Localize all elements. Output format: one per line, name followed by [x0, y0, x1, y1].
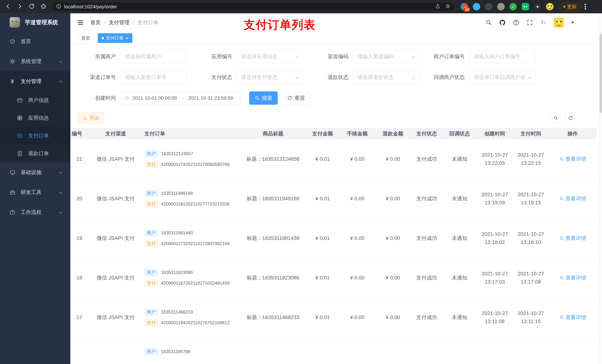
- bookmark-star-icon[interactable]: [445, 4, 450, 10]
- cell-notify-status: 未通知: [442, 258, 477, 297]
- filter-label: 渠道订单号: [78, 71, 120, 84]
- sidebar-item-dev-tools[interactable]: 研发工具: [0, 182, 70, 202]
- reload-icon[interactable]: [29, 3, 35, 10]
- cell-fee: ¥ 0.00: [340, 258, 375, 297]
- pay-tag: 支付: [144, 280, 158, 287]
- channel-order-no-input[interactable]: [120, 71, 187, 84]
- svg-text:T: T: [544, 21, 546, 25]
- view-detail-link[interactable]: 查看详情: [559, 314, 586, 321]
- close-tab-icon[interactable]: ×: [126, 36, 129, 41]
- user-avatar[interactable]: [554, 18, 564, 28]
- sidebar-item-pay-management[interactable]: ¥ 支付管理: [0, 71, 70, 91]
- cell-paid-time: 2021-10-27 13:18:10: [513, 218, 549, 258]
- cell-created-time: 2021-10-27 13:22:05: [477, 139, 513, 179]
- app-id-select[interactable]: [236, 50, 303, 63]
- cell-fee: ¥ 0.00: [340, 179, 375, 218]
- cell-amount: ¥ 0.01: [305, 139, 340, 179]
- home-icon[interactable]: [40, 3, 47, 10]
- merchant-order-no-input[interactable]: [469, 50, 536, 63]
- toggle-search-button[interactable]: [550, 113, 561, 123]
- active-tab-dot: [102, 37, 104, 39]
- sidebar-item-refund-order[interactable]: 退款订单: [0, 145, 70, 162]
- pay-status-select[interactable]: [236, 71, 303, 84]
- cell-refund: ¥ 0.00: [375, 218, 411, 258]
- tab-pay-order[interactable]: 支付订单 ×: [98, 33, 132, 43]
- fullscreen-icon[interactable]: [527, 19, 533, 26]
- extension-dark-icon[interactable]: [485, 3, 492, 10]
- download-icon: [83, 116, 87, 120]
- sidebar-item-pay-order[interactable]: 支付订单: [0, 127, 70, 145]
- sidebar-item-app-info[interactable]: 应用信息: [0, 109, 70, 127]
- sidebar-item-infra[interactable]: 基础设施: [0, 162, 70, 182]
- cell-pay-order: 商户 1635312124657 支付 42000011742021102780…: [139, 139, 241, 179]
- tab-home[interactable]: 首页: [77, 33, 94, 43]
- browser-update-button[interactable]: 更新: [559, 2, 581, 11]
- cell-status: 支付成功: [411, 179, 442, 218]
- pay-tag: 支付: [144, 319, 158, 326]
- page-scrollbar[interactable]: [599, 13, 602, 364]
- caret-down-icon[interactable]: [571, 22, 574, 24]
- sidebar-item-system[interactable]: 系统管理: [0, 52, 70, 71]
- cell-fee: [340, 337, 375, 364]
- extension-check-icon[interactable]: ✓: [509, 3, 517, 10]
- pay-order-line: 支付 4200001194202110276752100612: [144, 319, 230, 326]
- search-icon[interactable]: [485, 19, 492, 26]
- cell-status: 支付成功: [411, 298, 442, 337]
- app-logo[interactable]: 芋道管理系统: [0, 13, 70, 31]
- view-detail-link[interactable]: 查看详情: [559, 156, 586, 163]
- breadcrumb-pay-management[interactable]: 支付管理: [109, 19, 129, 26]
- refund-status-select[interactable]: [353, 71, 419, 84]
- extension-gray-icon[interactable]: [497, 3, 505, 10]
- cell-fee: ¥ 0.00: [340, 298, 375, 337]
- sidebar-item-home[interactable]: 首页: [0, 31, 70, 52]
- refresh-table-button[interactable]: [565, 113, 576, 123]
- extension-blue-icon[interactable]: [473, 3, 480, 10]
- chevron-down-icon: [59, 190, 62, 194]
- briefcase-icon: [9, 209, 16, 215]
- view-detail-link[interactable]: 查看详情: [559, 274, 586, 281]
- view-detail-link[interactable]: 查看详情: [559, 235, 586, 242]
- sidebar-item-workflow[interactable]: 工作流程: [0, 202, 70, 222]
- create-time-range-input[interactable]: 2021-10-01 00:00:00 - 2021-10-31 23:59:5…: [120, 91, 241, 105]
- merchant-filter-input[interactable]: [120, 50, 187, 63]
- view-detail-link[interactable]: 查看详情: [559, 195, 586, 202]
- extension-badge: 10: [464, 7, 470, 12]
- magnifier-icon: [559, 157, 564, 161]
- cell-pay-order: 商户 1635311823086 支付 42000011672021102710…: [139, 258, 241, 297]
- github-icon[interactable]: [499, 19, 506, 26]
- extension-chat-icon[interactable]: [522, 3, 529, 10]
- url-text: localhost:1024/pay/order: [64, 4, 435, 10]
- sidebar-item-merchant-info[interactable]: 商户信息: [0, 91, 70, 109]
- pay-tag: 支付: [144, 200, 158, 208]
- help-icon[interactable]: [513, 19, 519, 26]
- merchant-tag: 商户: [144, 150, 158, 157]
- site-info-icon[interactable]: [56, 4, 61, 10]
- font-size-icon[interactable]: TT: [540, 19, 547, 26]
- search-button[interactable]: 搜索: [249, 91, 278, 105]
- export-button[interactable]: 导出: [78, 112, 104, 124]
- monitor-icon: [9, 169, 16, 175]
- scrollbar-thumb[interactable]: [600, 34, 602, 113]
- filter-label: 应用编号: [194, 50, 236, 63]
- channel-code-select[interactable]: [353, 50, 419, 63]
- cell-refund: ¥ 0.00: [375, 139, 411, 179]
- extension-pin-icon[interactable]: [534, 3, 541, 10]
- card-icon: [16, 97, 23, 103]
- cell-refund: ¥ 0.00: [375, 258, 411, 297]
- back-icon[interactable]: [5, 3, 11, 10]
- pay-order-line: 支付 4200001181202110277723215336: [144, 200, 230, 208]
- browser-menu-icon[interactable]: [585, 6, 586, 7]
- breadcrumb-home[interactable]: 首页: [90, 19, 101, 26]
- cell-id: 18: [70, 258, 93, 297]
- callback-status-select[interactable]: [469, 71, 536, 84]
- url-bar[interactable]: localhost:1024/pay/order: [52, 2, 455, 11]
- share-icon[interactable]: [435, 4, 441, 10]
- extension-emoji-icon[interactable]: [546, 3, 553, 10]
- forward-icon[interactable]: [17, 3, 23, 10]
- extensions-icon[interactable]: 10: [461, 3, 468, 10]
- cell-title: 标题：1635311949168: [241, 179, 305, 218]
- filter-label: 创建时间: [78, 91, 120, 105]
- cell-id: 19: [70, 218, 93, 258]
- reset-button[interactable]: 重置: [282, 91, 310, 105]
- collapse-sidebar-icon[interactable]: [77, 19, 84, 26]
